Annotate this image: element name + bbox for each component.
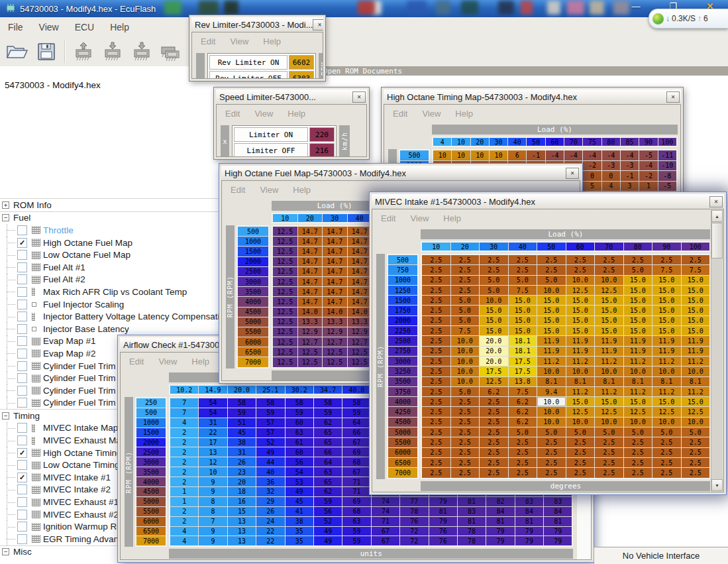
map-cell[interactable]: 2.5 <box>451 407 480 416</box>
map-cell[interactable]: 67 <box>342 438 370 447</box>
map-cell[interactable]: 12.5 <box>273 227 297 236</box>
menu-view[interactable]: View <box>230 36 248 46</box>
map-cell[interactable]: 76 <box>400 517 428 526</box>
map-cell[interactable]: 62 <box>314 418 342 427</box>
map-cell[interactable]: 2.5 <box>451 458 480 467</box>
map-cell[interactable]: -10 <box>658 161 676 171</box>
map-cell[interactable]: 2.5 <box>422 367 450 376</box>
map-cell[interactable]: 81 <box>486 517 514 526</box>
map-cell[interactable]: 76 <box>429 536 457 545</box>
map-cell[interactable]: 15.0 <box>682 276 710 285</box>
map-cell[interactable]: 5.0 <box>480 276 508 285</box>
map-cell[interactable]: 14.7 <box>348 277 372 286</box>
map-cell[interactable]: 83 <box>515 497 543 506</box>
menu-ecu[interactable]: ECU <box>67 22 103 32</box>
tree-checkbox[interactable] <box>17 274 27 284</box>
limiter-value-cell[interactable]: 6303 <box>289 71 314 78</box>
map-cell[interactable]: 14.7 <box>298 227 323 236</box>
menu-help[interactable]: Help <box>102 22 137 32</box>
map-cell[interactable]: 67 <box>342 467 370 477</box>
map-cell[interactable]: 2.5 <box>537 437 566 447</box>
map-cell[interactable]: 11.9 <box>566 347 595 356</box>
map-cell[interactable]: 79 <box>515 536 543 545</box>
map-cell[interactable]: 14.7 <box>323 247 347 256</box>
map-cell[interactable]: 12.5 <box>273 237 297 246</box>
row-header-cell[interactable]: 5000 <box>136 497 166 506</box>
tree-checkbox[interactable] <box>17 522 27 532</box>
map-cell[interactable]: 18.1 <box>509 336 537 345</box>
map-cell[interactable]: 9 <box>199 477 227 486</box>
column-header-cell[interactable]: 40 <box>348 214 372 222</box>
map-cell[interactable]: 2.5 <box>422 357 450 366</box>
tree-checkbox[interactable] <box>17 250 27 260</box>
map-cell[interactable]: 15.0 <box>480 316 508 325</box>
map-cell[interactable]: 57 <box>256 428 284 437</box>
map-cell[interactable]: 71 <box>372 517 399 526</box>
map-cell[interactable]: 11.2 <box>682 357 710 366</box>
map-cell[interactable]: 2.5 <box>509 448 537 457</box>
map-cell[interactable]: 65 <box>314 428 342 437</box>
map-cell[interactable]: 17.5 <box>509 367 537 376</box>
menu-edit[interactable]: Edit <box>225 109 240 119</box>
map-cell[interactable]: 2.5 <box>682 255 710 264</box>
row-header-cell[interactable]: 750 <box>388 265 417 274</box>
map-cell[interactable]: 38 <box>286 517 313 526</box>
map-cell[interactable]: 8 <box>199 497 227 506</box>
map-cell[interactable]: 15.0 <box>624 397 652 406</box>
map-cell[interactable]: 2.5 <box>480 458 508 467</box>
map-cell[interactable]: 14.7 <box>323 297 347 306</box>
map-cell[interactable]: 11.2 <box>624 357 652 366</box>
map-cell[interactable]: 7 <box>170 398 198 408</box>
tree-checkbox[interactable] <box>17 300 27 310</box>
row-header-cell[interactable]: 3500 <box>388 377 417 386</box>
map-cell[interactable]: 26 <box>256 507 284 516</box>
read-from-ecu-button[interactable] <box>68 38 97 65</box>
map-cell[interactable]: 2.5 <box>652 448 681 457</box>
row-header-cell[interactable]: 7000 <box>238 357 268 367</box>
map-cell[interactable]: 2 <box>170 438 198 447</box>
map-cell[interactable]: 0 <box>583 171 601 181</box>
map-cell[interactable]: 10.0 <box>480 296 508 305</box>
map-cell[interactable]: 2.5 <box>422 407 450 416</box>
map-cell[interactable]: 79 <box>544 536 572 545</box>
map-cell[interactable]: -3 <box>602 161 620 171</box>
map-cell[interactable]: 2.5 <box>537 468 566 477</box>
map-cell[interactable]: 15.0 <box>682 286 710 295</box>
row-header-cell[interactable]: 7000 <box>136 536 166 545</box>
compare-roms-button[interactable] <box>156 38 185 65</box>
column-header-cell[interactable]: 80 <box>602 138 620 146</box>
map-cell[interactable]: 10.0 <box>595 418 623 427</box>
map-cell[interactable]: 12.5 <box>273 257 297 266</box>
map-cell[interactable]: 2.5 <box>480 418 508 427</box>
tree-checkbox[interactable] <box>17 225 27 235</box>
map-cell[interactable]: 14.7 <box>298 257 323 266</box>
map-cell[interactable]: 2.5 <box>480 397 508 406</box>
map-cell[interactable]: 14.7 <box>298 277 323 286</box>
map-cell[interactable]: 15.0 <box>682 306 710 315</box>
map-cell[interactable]: 5.0 <box>509 276 537 285</box>
row-header-cell[interactable]: 3500 <box>238 287 268 296</box>
map-cell[interactable]: 23 <box>228 467 256 477</box>
map-cell[interactable]: 2.5 <box>451 286 480 295</box>
tree-checkbox[interactable] <box>17 349 27 359</box>
row-header-cell[interactable]: 3250 <box>388 367 417 376</box>
map-cell[interactable]: 4 <box>170 418 198 427</box>
row-header-cell[interactable]: 1000 <box>388 276 417 285</box>
map-cell[interactable]: -4 <box>602 150 620 160</box>
map-cell[interactable]: 10 <box>490 150 507 160</box>
map-cell[interactable]: 4 <box>170 536 198 545</box>
minimize-button[interactable]: ― <box>627 0 645 12</box>
map-cell[interactable]: 59 <box>286 408 313 418</box>
map-cell[interactable]: 2.5 <box>537 448 566 457</box>
column-header-cell[interactable]: 50 <box>537 243 566 251</box>
map-cell[interactable]: 12.5 <box>566 286 595 295</box>
table-drag-handle[interactable]: RPM (RPM) <box>125 397 133 547</box>
map-cell[interactable]: 14.7 <box>348 227 372 236</box>
map-cell[interactable]: 15.0 <box>624 276 652 285</box>
map-cell[interactable]: 2.5 <box>422 255 450 264</box>
map-cell[interactable]: 15.0 <box>682 397 710 406</box>
map-cell[interactable]: 7.5 <box>509 387 537 396</box>
map-cell[interactable]: 11.9 <box>537 347 566 356</box>
map-cell[interactable]: 14.0 <box>348 308 372 317</box>
map-cell[interactable]: 11.9 <box>537 336 566 345</box>
